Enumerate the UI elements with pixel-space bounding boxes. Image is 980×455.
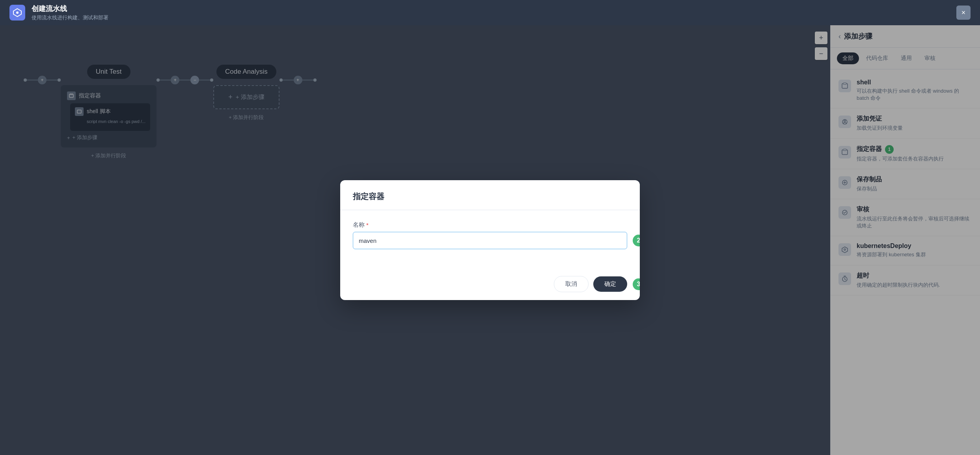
name-label: 名称 * <box>353 221 627 229</box>
modal-dialog: 指定容器 名称 * 2 取消 确定 3 <box>340 180 640 300</box>
name-input[interactable] <box>353 232 627 249</box>
modal-footer: 取消 确定 3 <box>340 268 640 300</box>
main-container: + Unit Test 指定容器 <box>0 25 980 455</box>
close-button[interactable]: × <box>956 6 971 20</box>
page-title: 创建流水线 <box>32 4 108 13</box>
header-title-group: 创建流水线 使用流水线进行构建、测试和部署 <box>32 4 108 21</box>
app-logo <box>9 5 25 21</box>
confirm-button[interactable]: 确定 <box>593 276 627 292</box>
cancel-button[interactable]: 取消 <box>554 276 589 292</box>
header: 创建流水线 使用流水线进行构建、测试和部署 × <box>0 0 980 25</box>
confirm-badge: 3 <box>633 278 640 290</box>
modal-header: 指定容器 <box>340 180 640 210</box>
name-field: 名称 * 2 <box>353 221 627 249</box>
required-star: * <box>366 222 369 228</box>
modal-body: 名称 * 2 <box>340 210 640 268</box>
page-subtitle: 使用流水线进行构建、测试和部署 <box>32 14 108 21</box>
modal-overlay: 指定容器 名称 * 2 取消 确定 3 <box>0 25 980 455</box>
modal-title: 指定容器 <box>353 192 384 201</box>
name-field-badge: 2 <box>633 235 640 246</box>
svg-point-1 <box>16 11 19 14</box>
